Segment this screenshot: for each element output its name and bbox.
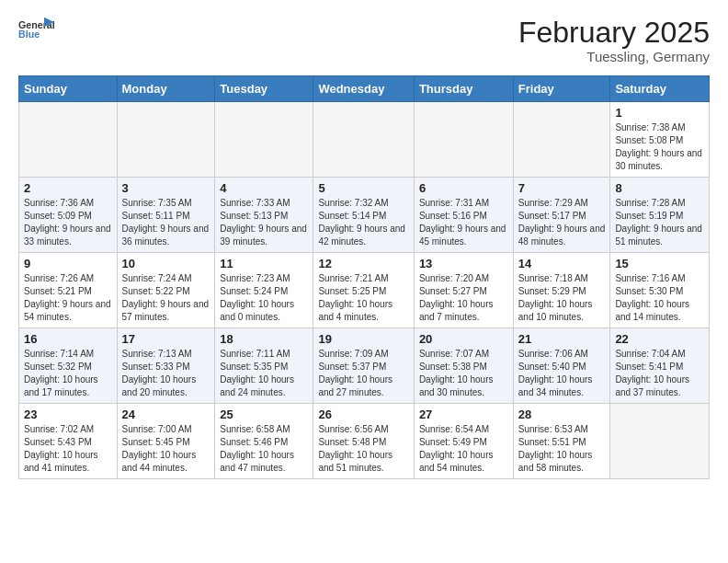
calendar-cell: 21Sunrise: 7:06 AM Sunset: 5:40 PM Dayli…	[513, 328, 610, 404]
day-info: Sunrise: 7:16 AM Sunset: 5:30 PM Dayligh…	[615, 272, 704, 324]
day-info: Sunrise: 6:56 AM Sunset: 5:48 PM Dayligh…	[318, 423, 408, 475]
calendar-cell: 24Sunrise: 7:00 AM Sunset: 5:45 PM Dayli…	[117, 404, 215, 479]
calendar-cell: 5Sunrise: 7:32 AM Sunset: 5:14 PM Daylig…	[313, 178, 414, 253]
calendar-cell: 7Sunrise: 7:29 AM Sunset: 5:17 PM Daylig…	[513, 178, 610, 253]
day-number: 17	[122, 332, 210, 346]
day-number: 13	[419, 257, 508, 270]
day-info: Sunrise: 7:23 AM Sunset: 5:24 PM Dayligh…	[220, 272, 308, 324]
day-number: 27	[419, 408, 508, 421]
day-number: 23	[24, 408, 112, 421]
day-number: 19	[318, 332, 408, 346]
day-info: Sunrise: 7:36 AM Sunset: 5:09 PM Dayligh…	[24, 197, 112, 248]
calendar-cell: 11Sunrise: 7:23 AM Sunset: 5:24 PM Dayli…	[215, 253, 313, 328]
calendar-cell: 12Sunrise: 7:21 AM Sunset: 5:25 PM Dayli…	[313, 253, 414, 328]
day-info: Sunrise: 6:54 AM Sunset: 5:49 PM Dayligh…	[419, 423, 508, 475]
calendar-cell: 2Sunrise: 7:36 AM Sunset: 5:09 PM Daylig…	[19, 178, 118, 253]
day-number: 3	[122, 181, 210, 195]
day-number: 2	[24, 181, 112, 195]
page: General Blue February 2025 Tuessling, Ge…	[0, 0, 728, 496]
month-title: February 2025	[518, 17, 710, 49]
calendar: SundayMondayTuesdayWednesdayThursdayFrid…	[18, 75, 710, 479]
day-info: Sunrise: 7:26 AM Sunset: 5:21 PM Dayligh…	[24, 272, 112, 324]
calendar-cell: 19Sunrise: 7:09 AM Sunset: 5:37 PM Dayli…	[313, 328, 414, 404]
calendar-cell: 17Sunrise: 7:13 AM Sunset: 5:33 PM Dayli…	[117, 328, 215, 404]
day-number: 22	[615, 332, 704, 346]
col-header-tuesday: Tuesday	[215, 76, 313, 102]
calendar-cell: 6Sunrise: 7:31 AM Sunset: 5:16 PM Daylig…	[414, 178, 513, 253]
calendar-header-row: SundayMondayTuesdayWednesdayThursdayFrid…	[19, 76, 710, 102]
col-header-friday: Friday	[513, 76, 610, 102]
logo-icon: General Blue	[18, 17, 55, 42]
day-number: 26	[318, 408, 408, 421]
col-header-sunday: Sunday	[19, 76, 118, 102]
day-info: Sunrise: 7:38 AM Sunset: 5:08 PM Dayligh…	[615, 121, 704, 173]
calendar-cell: 10Sunrise: 7:24 AM Sunset: 5:22 PM Dayli…	[117, 253, 215, 328]
calendar-cell	[513, 102, 610, 178]
day-number: 11	[220, 257, 308, 270]
day-info: Sunrise: 7:29 AM Sunset: 5:17 PM Dayligh…	[518, 197, 606, 248]
day-info: Sunrise: 6:58 AM Sunset: 5:46 PM Dayligh…	[220, 423, 308, 475]
calendar-cell	[117, 102, 215, 178]
day-info: Sunrise: 7:18 AM Sunset: 5:29 PM Dayligh…	[518, 272, 606, 324]
day-info: Sunrise: 7:00 AM Sunset: 5:45 PM Dayligh…	[122, 423, 210, 475]
day-number: 12	[318, 257, 408, 270]
location-title: Tuessling, Germany	[518, 49, 710, 64]
day-number: 5	[318, 181, 408, 195]
day-info: Sunrise: 7:32 AM Sunset: 5:14 PM Dayligh…	[318, 197, 408, 248]
header: General Blue February 2025 Tuessling, Ge…	[18, 17, 710, 64]
day-number: 24	[122, 408, 210, 421]
calendar-cell: 25Sunrise: 6:58 AM Sunset: 5:46 PM Dayli…	[215, 404, 313, 479]
day-info: Sunrise: 7:09 AM Sunset: 5:37 PM Dayligh…	[318, 348, 408, 399]
calendar-cell	[19, 102, 118, 178]
calendar-week-row: 9Sunrise: 7:26 AM Sunset: 5:21 PM Daylig…	[19, 253, 710, 328]
day-info: Sunrise: 7:13 AM Sunset: 5:33 PM Dayligh…	[122, 348, 210, 399]
day-info: Sunrise: 7:11 AM Sunset: 5:35 PM Dayligh…	[220, 348, 308, 399]
calendar-week-row: 23Sunrise: 7:02 AM Sunset: 5:43 PM Dayli…	[19, 404, 710, 479]
day-number: 7	[518, 181, 606, 195]
day-info: Sunrise: 7:28 AM Sunset: 5:19 PM Dayligh…	[615, 197, 704, 248]
day-info: Sunrise: 7:14 AM Sunset: 5:32 PM Dayligh…	[24, 348, 112, 399]
calendar-cell: 13Sunrise: 7:20 AM Sunset: 5:27 PM Dayli…	[414, 253, 513, 328]
day-number: 8	[615, 181, 704, 195]
day-number: 15	[615, 257, 704, 270]
day-number: 18	[220, 332, 308, 346]
calendar-cell: 22Sunrise: 7:04 AM Sunset: 5:41 PM Dayli…	[610, 328, 710, 404]
day-number: 16	[24, 332, 112, 346]
day-number: 28	[518, 408, 606, 421]
calendar-cell: 9Sunrise: 7:26 AM Sunset: 5:21 PM Daylig…	[19, 253, 118, 328]
day-info: Sunrise: 7:35 AM Sunset: 5:11 PM Dayligh…	[122, 197, 210, 248]
calendar-cell: 18Sunrise: 7:11 AM Sunset: 5:35 PM Dayli…	[215, 328, 313, 404]
col-header-thursday: Thursday	[414, 76, 513, 102]
calendar-cell: 26Sunrise: 6:56 AM Sunset: 5:48 PM Dayli…	[313, 404, 414, 479]
day-number: 20	[419, 332, 508, 346]
day-info: Sunrise: 7:20 AM Sunset: 5:27 PM Dayligh…	[419, 272, 508, 324]
day-number: 4	[220, 181, 308, 195]
logo: General Blue	[18, 17, 55, 42]
day-info: Sunrise: 7:24 AM Sunset: 5:22 PM Dayligh…	[122, 272, 210, 324]
day-number: 6	[419, 181, 508, 195]
calendar-cell	[313, 102, 414, 178]
day-info: Sunrise: 6:53 AM Sunset: 5:51 PM Dayligh…	[518, 423, 606, 475]
day-number: 9	[24, 257, 112, 270]
calendar-cell: 27Sunrise: 6:54 AM Sunset: 5:49 PM Dayli…	[414, 404, 513, 479]
calendar-cell: 1Sunrise: 7:38 AM Sunset: 5:08 PM Daylig…	[610, 102, 710, 178]
day-number: 10	[122, 257, 210, 270]
svg-text:Blue: Blue	[18, 29, 40, 40]
day-info: Sunrise: 7:07 AM Sunset: 5:38 PM Dayligh…	[419, 348, 508, 399]
calendar-cell	[414, 102, 513, 178]
calendar-week-row: 1Sunrise: 7:38 AM Sunset: 5:08 PM Daylig…	[19, 102, 710, 178]
day-info: Sunrise: 7:31 AM Sunset: 5:16 PM Dayligh…	[419, 197, 508, 248]
calendar-cell: 28Sunrise: 6:53 AM Sunset: 5:51 PM Dayli…	[513, 404, 610, 479]
calendar-cell: 4Sunrise: 7:33 AM Sunset: 5:13 PM Daylig…	[215, 178, 313, 253]
day-number: 21	[518, 332, 606, 346]
calendar-cell	[610, 404, 710, 479]
day-number: 1	[615, 106, 704, 120]
day-info: Sunrise: 7:33 AM Sunset: 5:13 PM Dayligh…	[220, 197, 308, 248]
day-info: Sunrise: 7:02 AM Sunset: 5:43 PM Dayligh…	[24, 423, 112, 475]
day-info: Sunrise: 7:06 AM Sunset: 5:40 PM Dayligh…	[518, 348, 606, 399]
calendar-cell: 23Sunrise: 7:02 AM Sunset: 5:43 PM Dayli…	[19, 404, 118, 479]
calendar-cell: 8Sunrise: 7:28 AM Sunset: 5:19 PM Daylig…	[610, 178, 710, 253]
day-number: 14	[518, 257, 606, 270]
day-number: 25	[220, 408, 308, 421]
calendar-cell	[215, 102, 313, 178]
